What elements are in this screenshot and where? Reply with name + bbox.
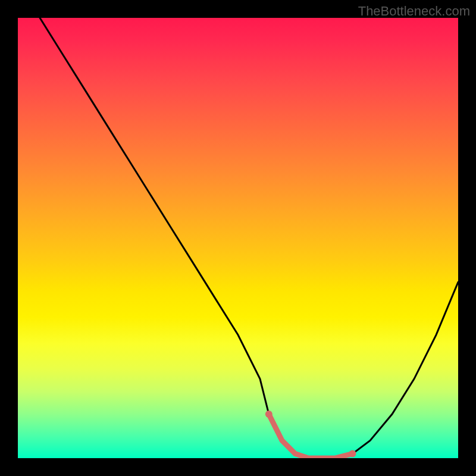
watermark-text: TheBottleneck.com bbox=[358, 4, 470, 19]
chart-plot-area bbox=[18, 18, 458, 458]
highlight-dot-right bbox=[349, 450, 356, 458]
chart-curve-svg bbox=[18, 18, 458, 458]
bottleneck-curve-path bbox=[40, 18, 458, 458]
highlight-dot-left bbox=[265, 411, 273, 418]
bottleneck-highlight-path bbox=[269, 414, 353, 458]
